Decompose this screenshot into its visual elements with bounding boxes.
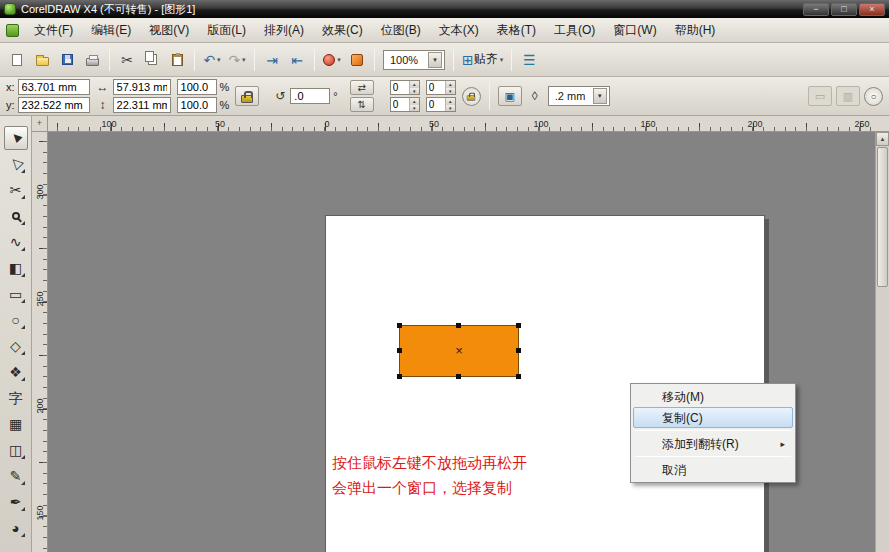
coreldraw-app-icon[interactable] bbox=[4, 3, 16, 15]
menu-layout[interactable]: 版面(L) bbox=[198, 18, 255, 43]
outline-pen-tool[interactable]: ✒ bbox=[4, 490, 28, 514]
zoom-tool[interactable] bbox=[4, 204, 28, 228]
zoom-level-select[interactable]: 100% ▾ bbox=[383, 50, 445, 70]
import-button[interactable]: ⇥ bbox=[260, 48, 284, 72]
object-height-input[interactable] bbox=[113, 97, 171, 113]
rotation-angle-input[interactable] bbox=[290, 88, 330, 104]
scale-vertical-input[interactable] bbox=[177, 97, 217, 113]
lock-ratio-button[interactable] bbox=[235, 86, 259, 106]
freehand-tool[interactable]: ∿ bbox=[4, 230, 28, 254]
vertical-ruler[interactable]: 300 250 200 150 bbox=[32, 132, 48, 552]
close-button[interactable]: × bbox=[859, 3, 885, 16]
cut-button[interactable]: ✂ bbox=[115, 48, 139, 72]
selection-handle[interactable] bbox=[456, 374, 461, 379]
menu-edit[interactable]: 编辑(E) bbox=[82, 18, 140, 43]
menu-file[interactable]: 文件(F) bbox=[25, 18, 82, 43]
mirror-horizontal-button[interactable]: ⇄ bbox=[350, 80, 374, 95]
shape-tool[interactable]: ▷ bbox=[4, 152, 28, 176]
menu-bitmaps[interactable]: 位图(B) bbox=[372, 18, 430, 43]
selection-handle[interactable] bbox=[397, 348, 402, 353]
application-launcher-button[interactable]: ▾ bbox=[320, 48, 344, 72]
spinner-down-icon[interactable]: ▾ bbox=[446, 105, 455, 112]
new-button[interactable] bbox=[5, 48, 29, 72]
convert-to-curves-button[interactable]: ○ bbox=[864, 87, 883, 106]
copy-button[interactable] bbox=[140, 48, 164, 72]
blend-tool[interactable]: ◫ bbox=[4, 438, 28, 462]
text-tool[interactable]: 字 bbox=[4, 386, 28, 410]
crop-tool[interactable]: ✂ bbox=[4, 178, 28, 202]
snap-to-menu-button[interactable]: ⊞ 贴齐 ▾ bbox=[459, 48, 506, 72]
spinner-down-icon[interactable]: ▾ bbox=[446, 88, 455, 95]
selection-handle[interactable] bbox=[516, 374, 521, 379]
selected-rectangle[interactable]: × bbox=[399, 325, 519, 377]
basic-shapes-tool[interactable]: ❖ bbox=[4, 360, 28, 384]
redo-dropdown-icon[interactable]: ▾ bbox=[242, 56, 246, 64]
drawing-canvas[interactable]: × 按住鼠标左键不放拖动再松开 会弹出一个窗口，选择复制 移动(M) 复制(C)… bbox=[48, 132, 875, 552]
corner-bottom-left-field[interactable]: ▴▾ bbox=[390, 97, 420, 112]
menu-window[interactable]: 窗口(W) bbox=[604, 18, 665, 43]
snap-dropdown-icon[interactable]: ▾ bbox=[500, 56, 504, 64]
redo-button[interactable]: ↷▾ bbox=[225, 48, 249, 72]
menu-arrange[interactable]: 排列(A) bbox=[255, 18, 313, 43]
save-button[interactable] bbox=[55, 48, 79, 72]
dropdown-arrow-icon[interactable]: ▾ bbox=[593, 88, 607, 104]
selection-center-mark[interactable]: × bbox=[455, 343, 463, 358]
launcher-dropdown-icon[interactable]: ▾ bbox=[337, 56, 341, 64]
corner-top-right-field[interactable]: ▴▾ bbox=[426, 80, 456, 95]
options-button[interactable]: ☰ bbox=[517, 48, 541, 72]
export-button[interactable]: ⇤ bbox=[285, 48, 309, 72]
dropdown-arrow-icon[interactable]: ▾ bbox=[428, 52, 442, 68]
menu-view[interactable]: 视图(V) bbox=[140, 18, 198, 43]
smart-fill-tool[interactable]: ◧ bbox=[4, 256, 28, 280]
corner-bottom-right-field[interactable]: ▴▾ bbox=[426, 97, 456, 112]
horizontal-ruler[interactable]: 100 50 0 50 100 150 200 250 bbox=[48, 116, 875, 132]
eyedropper-tool[interactable]: ✎ bbox=[4, 464, 28, 488]
minimize-button[interactable]: − bbox=[803, 3, 829, 16]
ellipse-tool[interactable]: ○ bbox=[4, 308, 28, 332]
table-tool[interactable]: ▦ bbox=[4, 412, 28, 436]
corner-top-left-input[interactable] bbox=[391, 81, 409, 94]
scrollbar-thumb[interactable] bbox=[877, 147, 888, 287]
corner-roundness-lock-button[interactable] bbox=[462, 87, 481, 106]
mirror-vertical-button[interactable]: ⇅ bbox=[350, 97, 374, 112]
menu-text[interactable]: 文本(X) bbox=[430, 18, 488, 43]
rectangle-tool[interactable]: ▭ bbox=[4, 282, 28, 306]
context-menu-item-cancel[interactable]: 取消 bbox=[633, 459, 793, 480]
spinner-down-icon[interactable]: ▾ bbox=[410, 88, 419, 95]
object-width-input[interactable] bbox=[113, 79, 171, 95]
object-y-input[interactable] bbox=[18, 97, 90, 113]
selection-handle[interactable] bbox=[397, 323, 402, 328]
print-button[interactable] bbox=[80, 48, 104, 72]
spinner-down-icon[interactable]: ▾ bbox=[410, 105, 419, 112]
menu-table[interactable]: 表格(T) bbox=[488, 18, 545, 43]
menu-tools[interactable]: 工具(O) bbox=[545, 18, 604, 43]
undo-button[interactable]: ↶▾ bbox=[200, 48, 224, 72]
fill-tool[interactable]: ◕ bbox=[4, 516, 28, 540]
wrap-paragraph-text-button[interactable]: ▣ bbox=[498, 86, 522, 106]
maximize-button[interactable]: □ bbox=[831, 3, 857, 16]
corner-bottom-right-input[interactable] bbox=[427, 98, 445, 111]
selection-handle[interactable] bbox=[397, 374, 402, 379]
object-x-input[interactable] bbox=[18, 79, 90, 95]
selection-handle[interactable] bbox=[456, 323, 461, 328]
scale-horizontal-input[interactable] bbox=[177, 79, 217, 95]
polygon-tool[interactable]: ◇ bbox=[4, 334, 28, 358]
ruler-origin[interactable]: + bbox=[32, 116, 48, 132]
context-menu-item-add-to-rollover[interactable]: 添加到翻转(R)▸ bbox=[633, 433, 793, 454]
paste-button[interactable] bbox=[165, 48, 189, 72]
document-icon[interactable] bbox=[6, 24, 19, 37]
corner-bottom-left-input[interactable] bbox=[391, 98, 409, 111]
outline-width-select[interactable]: .2 mm ▾ bbox=[548, 86, 610, 106]
context-menu-item-move[interactable]: 移动(M) bbox=[633, 386, 793, 407]
corner-top-right-input[interactable] bbox=[427, 81, 445, 94]
corner-top-left-field[interactable]: ▴▾ bbox=[390, 80, 420, 95]
undo-dropdown-icon[interactable]: ▾ bbox=[217, 56, 221, 64]
interactive-fill-tool[interactable]: ◐ bbox=[4, 542, 28, 552]
vertical-scrollbar[interactable]: ▲ bbox=[875, 132, 889, 552]
selection-handle[interactable] bbox=[516, 348, 521, 353]
menu-effects[interactable]: 效果(C) bbox=[313, 18, 372, 43]
open-button[interactable] bbox=[30, 48, 54, 72]
pick-tool[interactable]: ► bbox=[4, 126, 28, 150]
context-menu-item-copy[interactable]: 复制(C) bbox=[633, 407, 793, 428]
scroll-up-button[interactable]: ▲ bbox=[876, 132, 889, 146]
